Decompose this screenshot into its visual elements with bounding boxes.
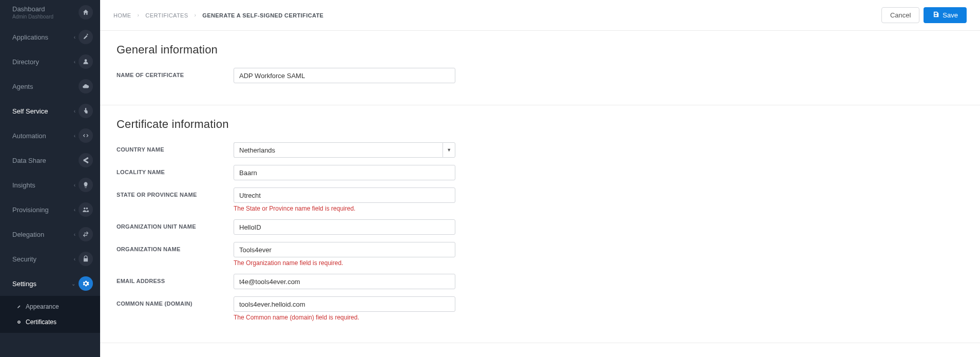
row-state: STATE OR PROVINCE NAME The State or Prov… [117, 187, 964, 212]
bulb-icon [79, 178, 93, 192]
brush-icon [16, 303, 22, 310]
row-locality: LOCALITY NAME [117, 165, 964, 180]
input-common[interactable] [234, 296, 455, 312]
sidebar-item-label: Provisioning [12, 206, 49, 214]
group-icon [79, 202, 93, 217]
error-common: The Common name (domain) field is requir… [234, 314, 455, 321]
row-email: EMAIL ADDRESS [117, 274, 964, 289]
rocket-icon [79, 30, 93, 44]
sidebar-item-directory[interactable]: Directory ‹ [0, 49, 100, 74]
sidebar-item-subtitle: Admin Dashboard [12, 14, 53, 20]
sidebar-item-settings[interactable]: Settings ⌄ [0, 271, 100, 296]
cloud-icon [79, 79, 93, 93]
sidebar-item-automation[interactable]: Automation ‹ [0, 123, 100, 148]
chevron-left-icon: ‹ [74, 133, 75, 139]
error-org: The Organization name field is required. [234, 259, 455, 267]
chevron-left-icon: ‹ [74, 108, 75, 114]
sidebar-item-label: Dashboard [12, 5, 53, 13]
sidebar-item-label: Security [12, 255, 36, 263]
breadcrumb-current: GENERATE A SELF-SIGNED CERTIFICATE [202, 12, 323, 18]
ring-icon [16, 318, 22, 326]
code-icon [79, 128, 93, 143]
chevron-right-icon: › [138, 12, 140, 18]
label-email: EMAIL ADDRESS [117, 274, 234, 284]
label-orgunit: ORGANIZATION UNIT NAME [117, 219, 234, 230]
share-icon [79, 153, 93, 167]
users-icon [79, 54, 93, 69]
sidebar: Dashboard Admin Dashboard Applications ‹… [0, 0, 100, 357]
chevron-left-icon: ‹ [74, 256, 75, 262]
label-country: COUNTRY NAME [117, 142, 234, 153]
chevron-left-icon: ‹ [74, 59, 75, 65]
subnav-certificates[interactable]: Certificates [0, 314, 100, 330]
sidebar-item-label: Delegation [12, 231, 44, 238]
row-common: COMMON NAME (DOMAIN) The Common name (do… [117, 296, 964, 321]
settings-subnav: Appearance Certificates [0, 296, 100, 333]
sidebar-item-label: Self Service [12, 107, 48, 115]
chevron-left-icon: ‹ [74, 232, 75, 237]
select-country[interactable]: ▼ [234, 142, 455, 158]
subnav-appearance[interactable]: Appearance [0, 299, 100, 314]
chevron-down-icon: ⌄ [71, 281, 75, 287]
input-locality[interactable] [234, 165, 455, 180]
general-info-panel: General information NAME OF CERTIFICATE [100, 31, 980, 105]
subnav-label: Appearance [26, 303, 59, 310]
label-state: STATE OR PROVINCE NAME [117, 187, 234, 198]
panel-title: Certificate information [117, 118, 964, 131]
sidebar-item-label: Settings [12, 280, 36, 288]
breadcrumb-certificates[interactable]: CERTIFICATES [145, 12, 188, 18]
subnav-label: Certificates [26, 318, 56, 326]
sidebar-item-label: Agents [12, 83, 33, 90]
exchange-icon [79, 227, 93, 241]
sidebar-item-agents[interactable]: Agents [0, 74, 100, 99]
sidebar-item-delegation[interactable]: Delegation ‹ [0, 222, 100, 247]
label-org: ORGANIZATION NAME [117, 242, 234, 252]
gear-icon [79, 276, 93, 291]
caret-down-icon[interactable]: ▼ [443, 142, 455, 158]
sidebar-item-self-service[interactable]: Self Service ‹ [0, 99, 100, 123]
input-state[interactable] [234, 187, 455, 203]
cert-info-panel: Certificate information COUNTRY NAME ▼ L… [100, 105, 980, 343]
input-orgunit[interactable] [234, 219, 455, 235]
sidebar-item-label: Data Share [12, 157, 46, 164]
label-cert-name: NAME OF CERTIFICATE [117, 68, 234, 78]
chevron-left-icon: ‹ [74, 34, 75, 40]
home-icon [79, 5, 93, 20]
panel-title: General information [117, 43, 964, 57]
breadcrumb-home[interactable]: HOME [113, 12, 131, 18]
sidebar-item-label: Automation [12, 132, 46, 140]
topbar: HOME › CERTIFICATES › GENERATE A SELF-SI… [100, 0, 980, 31]
row-org: ORGANIZATION NAME The Organization name … [117, 242, 964, 267]
chevron-left-icon: ‹ [74, 207, 75, 213]
sidebar-item-data-share[interactable]: Data Share [0, 148, 100, 173]
sidebar-item-label: Directory [12, 58, 39, 66]
sidebar-item-security[interactable]: Security ‹ [0, 247, 100, 271]
row-orgunit: ORGANIZATION UNIT NAME [117, 219, 964, 235]
pointer-icon [79, 104, 93, 118]
breadcrumb: HOME › CERTIFICATES › GENERATE A SELF-SI… [113, 12, 323, 18]
input-org[interactable] [234, 242, 455, 257]
action-buttons: Cancel Save [881, 7, 967, 23]
save-icon [932, 11, 939, 20]
main-content: HOME › CERTIFICATES › GENERATE A SELF-SI… [100, 0, 980, 357]
row-cert-name: NAME OF CERTIFICATE [117, 68, 964, 83]
lock-icon [79, 252, 93, 266]
chevron-right-icon: › [195, 12, 197, 18]
sidebar-item-label: Applications [12, 33, 48, 41]
input-email[interactable] [234, 274, 455, 289]
select-country-value[interactable] [234, 142, 443, 158]
sidebar-item-dashboard[interactable]: Dashboard Admin Dashboard [0, 0, 100, 25]
sidebar-item-applications[interactable]: Applications ‹ [0, 25, 100, 49]
error-state: The State or Province name field is requ… [234, 205, 455, 212]
save-button[interactable]: Save [924, 7, 967, 23]
sidebar-item-provisioning[interactable]: Provisioning ‹ [0, 197, 100, 222]
sidebar-item-label: Insights [12, 181, 35, 189]
cancel-button[interactable]: Cancel [881, 7, 919, 23]
label-common: COMMON NAME (DOMAIN) [117, 296, 234, 307]
label-locality: LOCALITY NAME [117, 165, 234, 175]
svg-point-0 [18, 321, 20, 323]
sidebar-item-insights[interactable]: Insights ‹ [0, 173, 100, 197]
row-country: COUNTRY NAME ▼ [117, 142, 964, 158]
chevron-left-icon: ‹ [74, 182, 75, 188]
input-cert-name[interactable] [234, 68, 455, 83]
